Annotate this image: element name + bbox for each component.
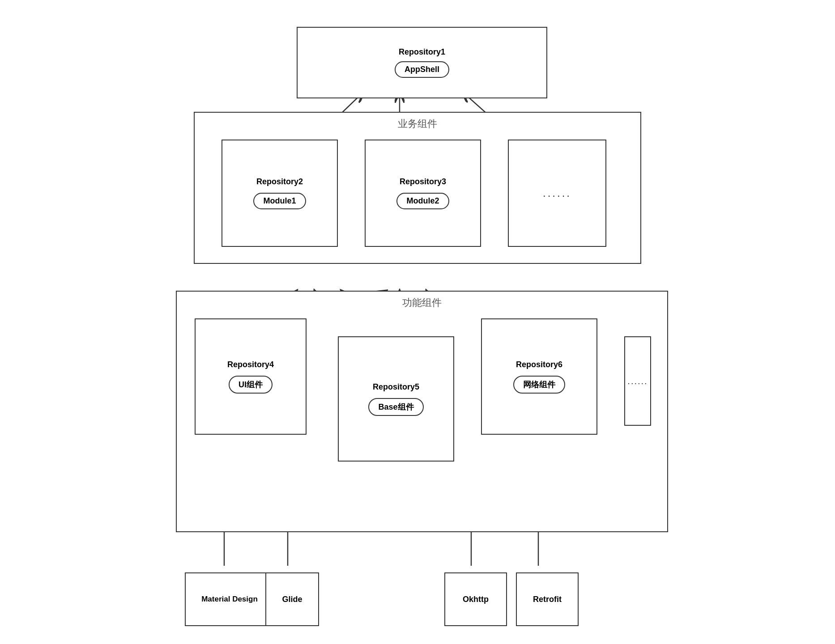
appshell-pill: AppShell [395,61,449,78]
repo6-label: Repository6 [516,360,562,369]
business-layer-label: 业务组件 [398,118,437,129]
base-component-pill: Base组件 [368,398,423,416]
repository6-box: Repository6 网络组件 [481,318,597,435]
material-design-box: Material Design [185,572,274,626]
glide-box: Glide [265,572,319,626]
repository2-box: Repository2 Module1 [222,140,338,247]
repo1-label: Repository1 [399,47,445,57]
business-ellipsis-box: ...... [508,140,606,247]
functional-layer-label: 功能组件 [402,297,442,308]
ui-component-pill: UI组件 [229,376,273,394]
functional-ellipsis-box: ...... [624,336,651,426]
repo3-label: Repository3 [400,177,446,186]
functional-ellipsis: ...... [627,376,648,386]
repository3-box: Repository3 Module2 [365,140,481,247]
repo2-label: Repository2 [256,177,303,186]
okhttp-label: Okhttp [463,595,489,604]
repository1-box: Repository1 AppShell [297,27,547,98]
okhttp-box: Okhttp [444,572,507,626]
material-design-label: Material Design [201,595,258,604]
repo5-label: Repository5 [373,382,419,392]
glide-label: Glide [282,595,302,604]
module2-pill: Module2 [396,193,449,209]
diagram-container: Repository1 AppShell 业务组件 Repository2 Mo… [149,13,686,631]
retrofit-label: Retrofit [533,595,562,604]
retrofit-box: Retrofit [516,572,579,626]
network-component-pill: 网络组件 [513,376,565,394]
business-layer-box: 业务组件 Repository2 Module1 Repository3 Mod… [194,112,641,264]
repository5-box: Repository5 Base组件 [338,336,454,462]
functional-layer-box: 功能组件 Repository4 UI组件 Repository5 Base组件… [176,291,668,532]
repo4-label: Repository4 [227,360,274,369]
repository4-box: Repository4 UI组件 [195,318,307,435]
business-ellipsis: ...... [543,187,571,199]
module1-pill: Module1 [253,193,306,209]
